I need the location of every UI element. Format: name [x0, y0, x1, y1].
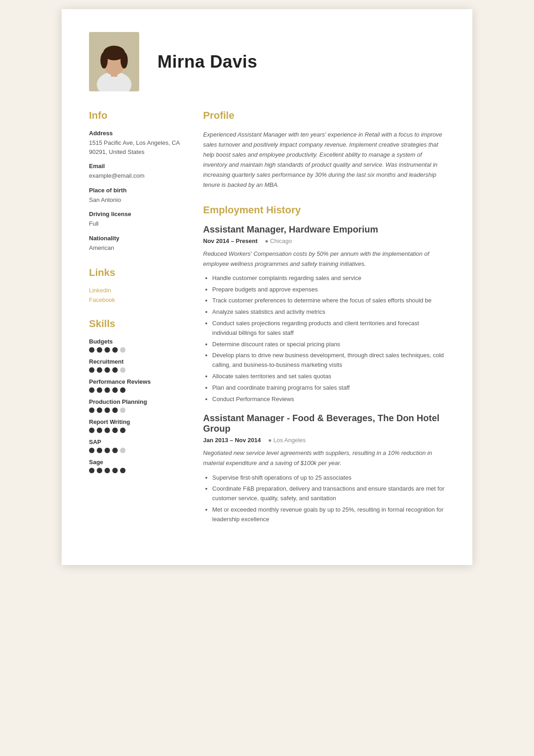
- job-location: ● Los Angeles: [268, 437, 305, 444]
- dot-filled: [105, 448, 110, 453]
- skill-dots: [89, 407, 180, 413]
- dot-filled: [97, 367, 102, 373]
- dot-filled: [112, 367, 118, 373]
- dot-filled: [97, 407, 102, 413]
- job-bullet-item: Track customer preferences to determine …: [212, 296, 445, 306]
- nationality-label: Nationality: [89, 235, 180, 242]
- job-meta: Jan 2013 – Nov 2014● Los Angeles: [203, 437, 445, 444]
- dot-filled: [120, 387, 126, 393]
- dot-filled: [120, 428, 126, 433]
- job-date: Nov 2014 – Present: [203, 238, 257, 244]
- skill-name: Recruitment: [89, 358, 180, 365]
- candidate-name: Mirna Davis: [157, 52, 257, 72]
- skill-dots: [89, 468, 180, 473]
- job-bullet-item: Conduct sales projections regarding prod…: [212, 319, 445, 338]
- dot-filled: [89, 468, 94, 473]
- dot-filled: [112, 448, 118, 453]
- svg-point-6: [120, 52, 128, 69]
- email-label: Email: [89, 163, 180, 169]
- dot-filled: [112, 407, 118, 413]
- skill-dots: [89, 347, 180, 353]
- skills-title: Skills: [89, 318, 180, 330]
- dot-filled: [89, 428, 94, 433]
- dot-filled: [97, 468, 102, 473]
- skill-name: SAP: [89, 439, 180, 445]
- left-column: Info Address 1515 Pacific Ave, Los Angel…: [89, 110, 180, 538]
- dot-filled: [89, 347, 94, 353]
- job-bullet-item: Develop plans to drive new business deve…: [212, 351, 445, 370]
- dot-filled: [112, 347, 118, 353]
- body-layout: Info Address 1515 Pacific Ave, Los Angel…: [89, 110, 445, 538]
- jobs-list: Assistant Manager, Hardware EmporiumNov …: [203, 224, 445, 524]
- dot-empty: [120, 347, 126, 353]
- skill-dots: [89, 448, 180, 453]
- job-bullet-item: Handle customer complaints regarding sal…: [212, 274, 445, 283]
- skill-name: Performance Reviews: [89, 378, 180, 385]
- employment-section: Employment History Assistant Manager, Ha…: [203, 204, 445, 524]
- skill-dots: [89, 367, 180, 373]
- place-of-birth-label: Place of birth: [89, 187, 180, 194]
- dot-filled: [120, 468, 126, 473]
- linkedin-link[interactable]: Linkedin: [89, 287, 180, 294]
- dot-filled: [105, 367, 110, 373]
- place-of-birth-value: San Antonio: [89, 196, 180, 205]
- job-bullet-item: Coordinate F&B preparation, delivery and…: [212, 484, 445, 503]
- job-meta: Nov 2014 – Present● Chicago: [203, 238, 445, 244]
- job-location: ● Chicago: [265, 238, 292, 244]
- dot-filled: [89, 407, 94, 413]
- skill-name: Budgets: [89, 338, 180, 345]
- header-name-container: Mirna Davis: [157, 52, 257, 72]
- info-section: Info Address 1515 Pacific Ave, Los Angel…: [89, 110, 180, 252]
- dot-filled: [89, 387, 94, 393]
- dot-filled: [105, 387, 110, 393]
- employment-title: Employment History: [203, 204, 445, 216]
- links-section: Links Linkedin Facebook: [89, 267, 180, 303]
- dot-filled: [89, 448, 94, 453]
- job-bullets: Handle customer complaints regarding sal…: [203, 274, 445, 404]
- dot-filled: [105, 407, 110, 413]
- job-bullet-item: Conduct Performance Reviews: [212, 395, 445, 404]
- job-summary: Reduced Workers' Compensation costs by 5…: [203, 249, 445, 269]
- dot-empty: [120, 367, 126, 373]
- nationality-value: American: [89, 243, 180, 253]
- job-bullet-item: Plan and coordinate training programs fo…: [212, 383, 445, 393]
- job-title: Assistant Manager, Hardware Emporium: [203, 224, 445, 235]
- header-section: Mirna Davis: [89, 32, 445, 91]
- resume-container: Mirna Davis Info Address 1515 Pacific Av…: [62, 9, 472, 565]
- driving-license-label: Driving license: [89, 211, 180, 217]
- dot-filled: [105, 428, 110, 433]
- dot-filled: [89, 367, 94, 373]
- dot-filled: [112, 428, 118, 433]
- job-bullet-item: Met or exceeded monthly revenue goals by…: [212, 505, 445, 524]
- skill-dots: [89, 387, 180, 393]
- dot-filled: [105, 347, 110, 353]
- job-entry: Assistant Manager - Food & Beverages, Th…: [203, 413, 445, 524]
- dot-filled: [97, 428, 102, 433]
- dot-filled: [97, 347, 102, 353]
- skill-name: Report Writing: [89, 418, 180, 425]
- address-label: Address: [89, 130, 180, 137]
- dot-filled: [97, 387, 102, 393]
- job-summary: Negotiated new service level agreements …: [203, 448, 445, 468]
- driving-license-value: Full: [89, 219, 180, 228]
- skill-name: Production Planning: [89, 398, 180, 405]
- dot-filled: [112, 468, 118, 473]
- avatar: [89, 32, 139, 91]
- job-title: Assistant Manager - Food & Beverages, Th…: [203, 413, 445, 434]
- skill-name: Sage: [89, 459, 180, 465]
- job-bullet-item: Supervise first-shift operations of up t…: [212, 473, 445, 483]
- job-bullet-item: Allocate sales territories and set sales…: [212, 372, 445, 381]
- job-bullet-item: Determine discount rates or special pric…: [212, 340, 445, 349]
- skill-dots: [89, 428, 180, 433]
- job-entry: Assistant Manager, Hardware EmporiumNov …: [203, 224, 445, 404]
- job-bullet-item: Prepare budgets and approve expenses: [212, 285, 445, 295]
- dot-empty: [120, 448, 126, 453]
- facebook-link[interactable]: Facebook: [89, 296, 180, 303]
- profile-section: Profile Experienced Assistant Manager wi…: [203, 110, 445, 190]
- job-bullets: Supervise first-shift operations of up t…: [203, 473, 445, 524]
- links-title: Links: [89, 267, 180, 279]
- dot-filled: [105, 468, 110, 473]
- skills-list: BudgetsRecruitmentPerformance ReviewsPro…: [89, 338, 180, 473]
- skills-section: Skills BudgetsRecruitmentPerformance Rev…: [89, 318, 180, 473]
- job-bullet-item: Analyze sales statistics and activity me…: [212, 307, 445, 317]
